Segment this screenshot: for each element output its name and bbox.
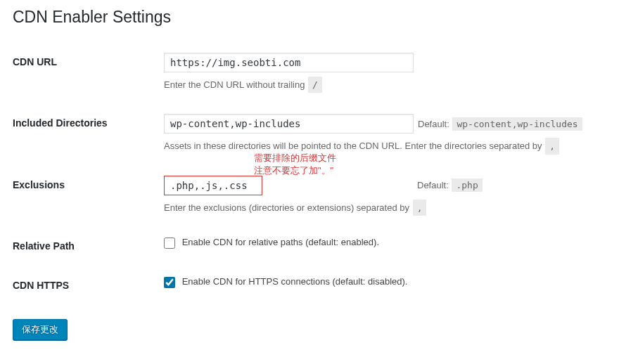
included-dirs-default-code: wp-content,wp-includes [452, 117, 582, 131]
included-dirs-description: Assets in these directories will be poin… [164, 138, 606, 155]
exclusions-default-label: Default: .php [417, 178, 483, 192]
cdn-url-description: Enter the CDN URL without trailing / [164, 77, 606, 93]
comma-code: , [545, 138, 559, 155]
cdn-https-checkbox-label[interactable]: Enable CDN for HTTPS connections (defaul… [164, 276, 407, 287]
included-dirs-input[interactable] [164, 114, 414, 134]
exclusions-description: Enter the exclusions (directories or ext… [164, 200, 606, 216]
cdn-url-label: CDN URL [13, 42, 164, 104]
exclusions-default-code: .php [452, 178, 482, 192]
page-title: CDN Enabler Settings [13, 7, 613, 28]
save-button[interactable]: 保存更改 [13, 319, 68, 340]
slash-code: / [308, 77, 322, 93]
included-dirs-label: Included Directories [13, 103, 164, 165]
exclusions-label: Exclusions [13, 165, 164, 227]
included-dirs-default-label: Default: wp-content,wp-includes [418, 117, 583, 131]
relative-path-label: Relative Path [13, 226, 164, 266]
comma-code-2: , [413, 200, 427, 216]
exclusions-input[interactable] [164, 176, 262, 195]
cdn-url-input[interactable] [164, 53, 414, 72]
relative-path-checkbox-label[interactable]: Enable CDN for relative paths (default: … [164, 237, 379, 247]
cdn-https-checkbox[interactable] [164, 277, 175, 288]
relative-path-checkbox[interactable] [164, 238, 175, 249]
exclusions-annotation: 需要排除的后缀文件 注意不要忘了加"。" [254, 152, 336, 177]
settings-form: CDN URL Enter the CDN URL without traili… [13, 42, 613, 306]
cdn-https-label: CDN HTTPS [13, 266, 164, 305]
